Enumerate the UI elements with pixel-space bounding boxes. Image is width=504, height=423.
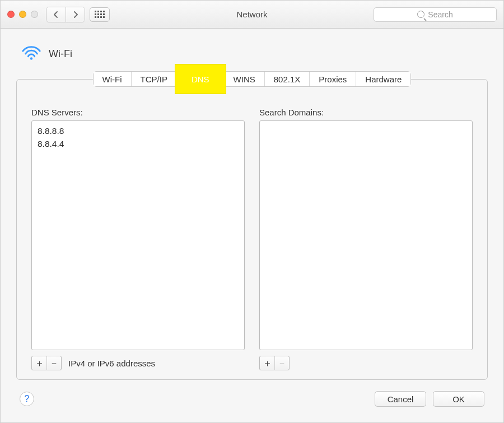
- add-search-domain-button[interactable]: ＋: [260, 356, 274, 370]
- dns-servers-footer: ＋ － IPv4 or IPv6 addresses: [31, 356, 245, 370]
- dns-server-entry[interactable]: 8.8.4.4: [38, 137, 239, 150]
- grid-icon: [95, 11, 105, 18]
- close-window-button[interactable]: [7, 11, 15, 18]
- chevron-right-icon: [73, 11, 78, 18]
- search-domains-column: Search Domains: ＋ －: [259, 108, 473, 370]
- help-icon: ?: [25, 394, 30, 404]
- ok-button[interactable]: OK: [433, 391, 484, 407]
- footer: ? Cancel OK: [1, 390, 503, 422]
- toolbar: Network Search: [1, 1, 503, 29]
- remove-search-domain-button: －: [274, 356, 289, 370]
- search-domains-add-remove: ＋ －: [259, 356, 290, 370]
- remove-dns-server-button[interactable]: －: [46, 356, 61, 370]
- search-domains-footer: ＋ －: [259, 356, 473, 370]
- dns-panel: DNS Servers: 8.8.8.8 8.8.4.4 ＋ － IPv4 or…: [16, 79, 488, 380]
- nav-button-group: [46, 7, 85, 22]
- search-placeholder: Search: [428, 10, 452, 19]
- tab-bar: Wi-Fi TCP/IP DNS WINS 802.1X Proxies Har…: [1, 71, 503, 87]
- search-domains-list[interactable]: [259, 120, 473, 350]
- tab-wifi[interactable]: Wi-Fi: [94, 72, 132, 86]
- chevron-left-icon: [53, 11, 59, 18]
- back-button[interactable]: [46, 7, 66, 22]
- search-domains-label: Search Domains:: [259, 108, 473, 117]
- tab-proxies[interactable]: Proxies: [310, 72, 356, 86]
- network-preferences-window: Network Search Wi-Fi Wi-Fi TCP/IP DNS W: [0, 0, 504, 423]
- window-controls: [7, 11, 38, 18]
- wifi-icon: [21, 44, 42, 63]
- tab-8021x[interactable]: 802.1X: [265, 72, 310, 86]
- show-all-button[interactable]: [90, 7, 110, 22]
- tab-hardware[interactable]: Hardware: [356, 72, 410, 86]
- tab-dns-label: DNS: [192, 75, 209, 84]
- tab-dns[interactable]: DNS: [183, 72, 219, 86]
- add-dns-server-button[interactable]: ＋: [32, 356, 46, 370]
- dns-columns: DNS Servers: 8.8.8.8 8.8.4.4 ＋ － IPv4 or…: [31, 108, 473, 370]
- dns-server-entry[interactable]: 8.8.8.8: [38, 124, 239, 137]
- interface-name: Wi-Fi: [49, 48, 72, 60]
- help-button[interactable]: ?: [20, 392, 34, 406]
- svg-point-0: [30, 57, 32, 59]
- tabs: Wi-Fi TCP/IP DNS WINS 802.1X Proxies Har…: [93, 71, 412, 87]
- dns-hint: IPv4 or IPv6 addresses: [68, 359, 155, 368]
- search-icon: [417, 11, 424, 18]
- dns-servers-column: DNS Servers: 8.8.8.8 8.8.4.4 ＋ － IPv4 or…: [31, 108, 245, 370]
- interface-header: Wi-Fi: [1, 29, 503, 71]
- dns-servers-list[interactable]: 8.8.8.8 8.8.4.4: [31, 120, 245, 350]
- forward-button[interactable]: [66, 7, 85, 22]
- cancel-button[interactable]: Cancel: [375, 391, 426, 407]
- dns-servers-add-remove: ＋ －: [31, 356, 62, 370]
- dns-servers-label: DNS Servers:: [31, 108, 245, 117]
- minimize-window-button[interactable]: [19, 11, 26, 18]
- search-input[interactable]: Search: [374, 7, 497, 22]
- zoom-window-button[interactable]: [31, 11, 38, 18]
